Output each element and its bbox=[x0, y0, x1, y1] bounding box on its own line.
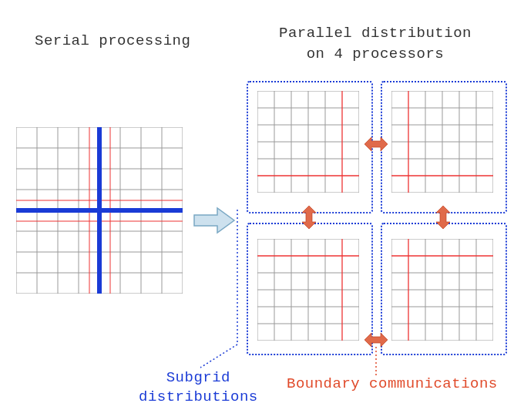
subgrid-br bbox=[391, 239, 493, 341]
svg-line-84 bbox=[200, 344, 237, 368]
label-boundary: Boundary communications bbox=[287, 375, 498, 392]
title-parallel-line2: on 4 processors bbox=[307, 45, 445, 62]
svg-marker-79 bbox=[364, 137, 388, 151]
serial-grid bbox=[16, 127, 183, 294]
svg-marker-22 bbox=[194, 208, 234, 233]
svg-marker-80 bbox=[364, 333, 388, 347]
subgrid-bl bbox=[257, 239, 359, 341]
comm-arrow-right-icon bbox=[435, 206, 452, 229]
title-serial: Serial processing bbox=[35, 32, 190, 49]
comm-arrow-bottom-icon bbox=[364, 331, 388, 348]
comm-arrow-top-icon bbox=[364, 136, 388, 153]
label-subgrid-l2: distributions bbox=[139, 388, 258, 405]
svg-marker-82 bbox=[436, 206, 450, 229]
label-subgrid-l1: Subgrid bbox=[166, 369, 230, 386]
title-parallel-line1: Parallel distribution bbox=[279, 25, 472, 42]
title-parallel: Parallel distribution on 4 processors bbox=[279, 23, 472, 64]
comm-arrow-left-icon bbox=[301, 206, 317, 229]
label-subgrid: Subgrid distributions bbox=[139, 368, 258, 406]
svg-marker-81 bbox=[302, 206, 316, 229]
decomposition-arrow-icon bbox=[193, 207, 236, 234]
subgrid-tl bbox=[257, 91, 359, 193]
subgrid-tr bbox=[391, 91, 493, 193]
callout-boundary-line bbox=[374, 347, 378, 376]
